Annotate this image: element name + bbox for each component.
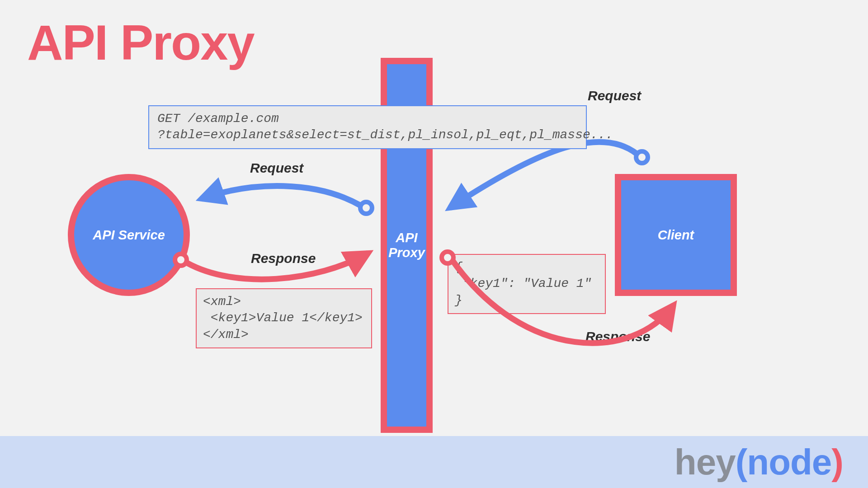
- diagram-title: API Proxy: [27, 14, 254, 71]
- request-label-right: Request: [588, 88, 641, 103]
- request-code-box: GET /example.com ?table=exoplanets&selec…: [148, 105, 587, 149]
- xml-response-code-box: <xml> <key1>Value 1</key1> </xml>: [196, 288, 372, 348]
- api-service-node: API Service: [68, 174, 190, 296]
- logo-paren-close-icon: ): [831, 442, 843, 482]
- request-arrow-proxy-to-service-icon: [201, 186, 360, 205]
- request-arrow-client-to-proxy-icon: [450, 142, 637, 208]
- client-node: Client: [615, 174, 737, 296]
- logo-part-hey: hey: [675, 442, 736, 482]
- response-label-right: Response: [585, 329, 650, 344]
- request-right-origin-dot-icon: [636, 151, 648, 163]
- logo-part-node: node: [747, 442, 831, 482]
- heynode-logo: hey(node): [675, 441, 843, 483]
- logo-paren-open-icon: (: [736, 442, 747, 482]
- json-response-code-box: { "key1": "Value 1" }: [448, 254, 606, 314]
- footer: hey(node): [0, 436, 868, 488]
- client-label: Client: [658, 228, 694, 243]
- api-proxy-label: API Proxy: [388, 230, 425, 261]
- api-service-label: API Service: [93, 228, 165, 243]
- request-left-origin-dot-icon: [360, 202, 372, 214]
- response-label-left: Response: [251, 251, 316, 266]
- request-label-left: Request: [250, 160, 303, 176]
